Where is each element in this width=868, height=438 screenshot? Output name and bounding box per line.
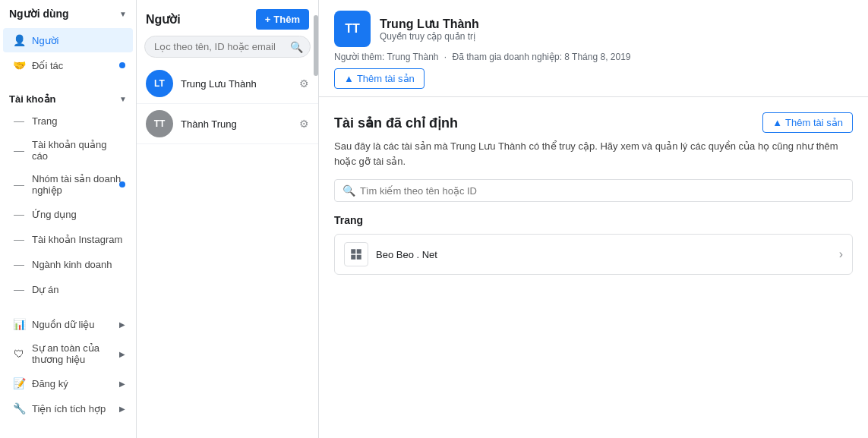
datasource-icon: 📊 bbox=[12, 317, 26, 331]
asset-item-beo-beo-net[interactable]: Beo Beo . Net › bbox=[334, 234, 853, 275]
shield-icon: 🛡 bbox=[12, 347, 26, 361]
sidebar: Người dùng ▼ 👤 Người 🤝 Đối tác Tài khoản… bbox=[0, 0, 137, 438]
middle-panel: Người + Thêm 🔍 LT Trung Lưu Thành ⚙ TT T… bbox=[137, 0, 319, 438]
sidebar-item-industry[interactable]: — Ngành kinh doanh bbox=[3, 252, 133, 276]
assets-title: Tài sản đã chỉ định bbox=[334, 115, 458, 131]
middle-header: Người + Thêm bbox=[137, 0, 318, 36]
gear-icon: ⚙ bbox=[299, 77, 309, 90]
sidebar-section-people: 👤 Người 🤝 Đối tác bbox=[0, 27, 136, 78]
asset-left: Beo Beo . Net bbox=[344, 242, 437, 266]
sidebar-main-header[interactable]: Người dùng ▼ bbox=[0, 0, 136, 27]
sidebar-item-integration[interactable]: 🔧 Tiện ích tích hợp ▶ bbox=[3, 396, 133, 421]
user-role: Quyền truy cập quản trị bbox=[380, 31, 479, 42]
arrow-right-icon4: ▶ bbox=[119, 405, 125, 413]
assets-section: Tài sản đã chỉ định ▲ Thêm tài sản Sau đ… bbox=[319, 97, 868, 290]
add-asset-label: Thêm tài sản bbox=[357, 73, 415, 84]
user-meta: Người thêm: Trung Thành · Đã tham gia do… bbox=[334, 52, 853, 62]
asset-name: Beo Beo . Net bbox=[376, 249, 437, 260]
sidebar-header-label: Người dùng bbox=[9, 8, 69, 20]
user-name: Thành Trung bbox=[181, 118, 237, 130]
avatar: TT bbox=[146, 110, 173, 137]
sidebar-bottom-items: 💳 Thanh toán 🔒 Trung tâm bảo mật 🔗 Yêu c… bbox=[0, 430, 136, 438]
scrollbar-track[interactable] bbox=[314, 0, 318, 438]
sidebar-label: Đăng ký bbox=[32, 378, 68, 389]
chevron-right-icon: › bbox=[839, 247, 843, 261]
partner-icon: 🤝 bbox=[12, 58, 26, 72]
page-icon bbox=[344, 242, 368, 266]
joined-label: Đã tham gia doanh nghiệp: 8 Tháng 8, 201… bbox=[453, 52, 631, 62]
sidebar-label: Tài khoản Instagram bbox=[32, 234, 122, 245]
main-panel: TT Trung Lưu Thành Quyền truy cập quản t… bbox=[319, 0, 868, 438]
sidebar-label: Nhóm tài sản doanh nghiệp bbox=[32, 173, 124, 196]
sidebar-item-payment[interactable]: 💳 Thanh toán bbox=[3, 431, 133, 438]
dash-icon: — bbox=[12, 143, 26, 157]
sidebar-label: Nguồn dữ liệu bbox=[32, 319, 95, 330]
sidebar-label: Tiện ích tích hợp bbox=[32, 403, 106, 414]
assets-header: Tài sản đã chỉ định ▲ Thêm tài sản bbox=[334, 112, 853, 133]
asset-search-input[interactable] bbox=[360, 185, 844, 197]
sidebar-item-partner[interactable]: 🤝 Đối tác bbox=[3, 53, 133, 77]
sidebar-label: Dự án bbox=[32, 284, 58, 295]
dash-icon: — bbox=[12, 257, 26, 271]
middle-title: Người bbox=[146, 12, 181, 27]
dash-icon: — bbox=[12, 282, 26, 296]
sidebar-item-page[interactable]: — Trang bbox=[3, 109, 133, 133]
avatar: LT bbox=[146, 70, 173, 97]
sidebar-item-ad-account[interactable]: — Tài khoản quảng cáo bbox=[3, 134, 133, 167]
search-box: 🔍 bbox=[144, 36, 311, 58]
sidebar-other-items: 📊 Nguồn dữ liệu ▶ 🛡 Sự an toàn của thươn… bbox=[0, 311, 136, 421]
add-button-label: Thêm bbox=[273, 14, 300, 25]
sidebar-item-asset-group[interactable]: — Nhóm tài sản doanh nghiệp bbox=[3, 168, 133, 201]
sidebar-label: Tài khoản quảng cáo bbox=[32, 139, 124, 162]
sidebar-item-label: Đối tác bbox=[32, 60, 63, 71]
sidebar-item-register[interactable]: 📝 Đăng ký ▶ bbox=[3, 371, 133, 395]
user-list: LT Trung Lưu Thành ⚙ TT Thành Trung ⚙ bbox=[137, 64, 318, 438]
notification-dot bbox=[119, 62, 125, 68]
dash-icon: — bbox=[12, 207, 26, 221]
sidebar-item-data-source[interactable]: 📊 Nguồn dữ liệu ▶ bbox=[3, 312, 133, 336]
big-avatar: TT bbox=[334, 11, 371, 47]
chevron-down-icon: ▼ bbox=[119, 10, 127, 18]
user-full-name: Trung Lưu Thành bbox=[380, 17, 479, 31]
add-asset-label2: Thêm tài sản bbox=[785, 117, 843, 128]
add-asset-button-top[interactable]: ▲ Thêm tài sản bbox=[334, 68, 425, 89]
dash-icon: — bbox=[12, 114, 26, 128]
mountain-icon: ▲ bbox=[344, 73, 354, 84]
notification-dot bbox=[119, 181, 125, 187]
mountain-icon2: ▲ bbox=[772, 117, 782, 128]
plus-icon: + bbox=[265, 14, 271, 25]
sidebar-account-items: — Trang — Tài khoản quảng cáo — Nhóm tài… bbox=[0, 108, 136, 302]
arrow-right-icon2: ▶ bbox=[119, 350, 125, 358]
sidebar-item-label: Người bbox=[32, 35, 59, 46]
arrow-right-icon: ▶ bbox=[119, 320, 125, 329]
sidebar-label: Sự an toàn của thương hiệu bbox=[32, 342, 124, 365]
main-header: TT Trung Lưu Thành Quyền truy cập quản t… bbox=[319, 0, 868, 97]
dash-icon: — bbox=[12, 232, 26, 246]
sidebar-item-brand-safety[interactable]: 🛡 Sự an toàn của thương hiệu ▶ bbox=[3, 337, 133, 370]
sidebar-label: Ứng dụng bbox=[32, 209, 77, 220]
add-asset-button[interactable]: ▲ Thêm tài sản bbox=[762, 112, 853, 133]
sidebar-item-people[interactable]: 👤 Người bbox=[3, 28, 133, 52]
user-profile: TT Trung Lưu Thành Quyền truy cập quản t… bbox=[334, 11, 853, 47]
assets-description: Sau đây là các tài sản mà Trung Lưu Thàn… bbox=[334, 139, 853, 169]
search-icon: 🔍 bbox=[290, 41, 303, 53]
arrow-right-icon3: ▶ bbox=[119, 380, 125, 388]
add-user-button[interactable]: + Thêm bbox=[256, 9, 309, 30]
user-name: Trung Lưu Thành bbox=[181, 78, 257, 90]
integration-icon: 🔧 bbox=[12, 402, 26, 415]
gear-icon: ⚙ bbox=[299, 118, 309, 130]
register-icon: 📝 bbox=[12, 377, 26, 390]
sidebar-account-header[interactable]: Tài khoản ▼ bbox=[0, 87, 136, 108]
user-item-thanh-trung[interactable]: TT Thành Trung ⚙ bbox=[137, 104, 318, 144]
sidebar-item-instagram[interactable]: — Tài khoản Instagram bbox=[3, 227, 133, 251]
sidebar-item-app[interactable]: — Ứng dụng bbox=[3, 202, 133, 226]
scrollbar-thumb bbox=[314, 15, 318, 76]
asset-category-title: Trang bbox=[334, 214, 853, 226]
dash-icon: — bbox=[12, 178, 26, 191]
user-item-trung-luu-thanh[interactable]: LT Trung Lưu Thành ⚙ bbox=[137, 64, 318, 104]
dot-separator: · bbox=[444, 52, 447, 62]
user-info: Trung Lưu Thành Quyền truy cập quản trị bbox=[380, 17, 479, 42]
sidebar-label: Trang bbox=[32, 115, 57, 127]
search-input[interactable] bbox=[144, 36, 311, 58]
sidebar-item-project[interactable]: — Dự án bbox=[3, 277, 133, 301]
